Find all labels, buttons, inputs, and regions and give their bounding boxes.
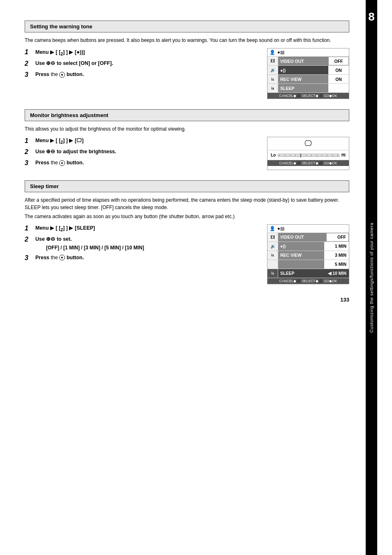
menu-value-sleep-1 — [328, 84, 349, 92]
section-desc-3a: After a specified period of time elapses… — [25, 196, 349, 211]
step-text-2-2: Use ⊕⊖ to adjust the brightness. — [35, 148, 261, 156]
menu-row-videoout-1: 🎞 VIDEO OUT OFF — [267, 57, 349, 66]
beep-icon-3: 🔊 — [270, 244, 275, 249]
sleep-label-sleep: SLEEP — [278, 269, 324, 278]
sleep-menu-top-row: 👤 ●▤ — [267, 225, 349, 233]
step-number-1-3: 3 — [25, 71, 33, 79]
step-number-1-1: 1 — [25, 48, 33, 57]
film-icon-1: 🎞 — [271, 59, 275, 63]
section-brightness: Monitor brightness adjustment This allow… — [25, 109, 349, 170]
menu-row-sleep-1: i₂ SLEEP — [267, 84, 349, 93]
menu-icon-recview-1: i₁ — [267, 75, 278, 83]
side-tab-text: Customizing the settings/functions of yo… — [369, 223, 374, 333]
sleep-icon-recview: i₁ — [267, 251, 278, 260]
step-3-1: 1 Menu ▶ [ [2] ] ▶ [SLEEP] — [25, 224, 261, 233]
sleep-num-icon-3: i₂ — [271, 271, 274, 275]
step-number-3-1: 1 — [25, 224, 33, 233]
menu-value-recview-1: ON — [328, 75, 349, 83]
step-number-3-2: 2 — [25, 235, 33, 244]
sleep-menu-row-videoout: 🎞 VIDEO OUT OFF — [267, 233, 349, 242]
sleep-menu-row-5min: 5 MIN — [267, 260, 349, 269]
section-title-box-2: Monitor brightness adjustment — [25, 109, 349, 121]
sleep-label-5min — [278, 260, 324, 269]
sleep-label-videoout: VIDEO OUT — [278, 233, 326, 242]
section-desc-1: The camera beeps when buttons are presse… — [25, 37, 349, 44]
menu-top-row-1: 👤 ●▤ — [267, 48, 349, 57]
steps-list-1: 1 Menu ▶ [ [2] ] ▶ [●))] 2 Use ⊕⊖ to sel… — [25, 48, 261, 99]
main-content: Setting the warning tone The camera beep… — [0, 0, 366, 555]
section-title-box-3: Sleep timer — [25, 180, 349, 192]
rec-icon-1: i₁ — [271, 77, 274, 81]
section-title-3: Sleep timer — [30, 183, 59, 189]
section-title-box-1: Setting the warning tone — [25, 21, 349, 32]
section-warning-tone: Setting the warning tone The camera beep… — [25, 21, 349, 99]
section-sleep-timer: Sleep timer After a specified period of … — [25, 180, 349, 284]
sleep-icon-sleep: i₂ — [267, 269, 278, 278]
section-desc-2: This allows you to adjust the brightness… — [25, 125, 349, 133]
section-title-1: Setting the warning tone — [30, 23, 92, 30]
menu-icon-person-1: 👤 — [270, 50, 275, 55]
beep-icon-1: 🔊 — [270, 68, 275, 72]
step-text-1-3: Press the button. — [35, 71, 261, 78]
sleep-value-5min: 5 MIN — [324, 260, 349, 269]
steps-area-2: 1 Menu ▶ [ [2] ] ▶ [🖵] 2 Use ⊕⊖ to adjus… — [25, 137, 349, 170]
brightness-bottom-bar: CANCEL◆⬛ SELECT◆⬛ GO◆OK — [267, 160, 349, 166]
steps-list-3: 1 Menu ▶ [ [2] ] ▶ [SLEEP] 2 Use ⊕⊖ to s… — [25, 224, 261, 284]
step-1-2: 2 Use ⊕⊖ to select [ON] or [OFF]. — [25, 60, 261, 68]
step-text-1-1: Menu ▶ [ [2] ] ▶ [●))] — [35, 48, 261, 57]
menu-label-recview-1: REC VIEW — [278, 75, 328, 83]
sleep-bottom-bar: CANCEL◆⬛ SELECT◆⬛ GO◆OK — [267, 278, 349, 284]
step-text-3-2: Use ⊕⊖ to set. [OFF] / [1 MIN] / [3 MIN]… — [35, 235, 261, 251]
step-3-3: 3 Press the button. — [25, 254, 261, 263]
step-number-2-3: 3 — [25, 159, 33, 168]
film-icon-3: 🎞 — [271, 235, 275, 240]
sleep-icon-video: 🎞 — [267, 233, 278, 242]
monitor-icon: 🖵 — [304, 139, 312, 148]
sleep-num-icon-1: i₂ — [271, 86, 274, 90]
menu-label-videoout-1: VIDEO OUT — [278, 57, 328, 65]
menu-screenshot-1: 👤 ●▤ 🎞 VIDEO OUT OFF 🔊 — [267, 48, 349, 99]
sleep-menu-row-recview: i₁ REC VIEW 3 MIN — [267, 251, 349, 260]
rec-icon-3: i₁ — [271, 253, 274, 257]
step-number-1-2: 2 — [25, 60, 33, 68]
step-text-3-3: Press the button. — [35, 254, 261, 262]
step-2-2: 2 Use ⊕⊖ to adjust the brightness. — [25, 148, 261, 157]
side-tab: 8 Customizing the settings/functions of … — [366, 0, 377, 555]
menu-value-off-1: OFF — [328, 57, 349, 65]
sleep-value-10min: ◀ 10 MIN — [324, 269, 349, 278]
step-text-1-2: Use ⊕⊖ to select [ON] or [OFF]. — [35, 60, 261, 67]
sleep-top-icon-person: 👤 — [270, 226, 275, 231]
section-title-2: Monitor brightness adjustment — [30, 112, 108, 118]
step-number-2-1: 1 — [25, 137, 33, 145]
step-number-3-3: 3 — [25, 254, 33, 263]
step-text-3-1: Menu ▶ [ [2] ] ▶ [SLEEP] — [35, 224, 261, 233]
menu-icon-selected-1: ●▤ — [277, 50, 284, 55]
sleep-icon-5min — [267, 260, 278, 269]
sleep-value-3min: 3 MIN — [324, 251, 349, 260]
steps-area-3: 1 Menu ▶ [ [2] ] ▶ [SLEEP] 2 Use ⊕⊖ to s… — [25, 224, 349, 284]
menu-label-beep-1: ●)) — [278, 66, 328, 74]
menu-screenshot-3: 👤 ●▤ 🎞 VIDEO OUT OFF 🔊 — [267, 224, 349, 284]
menu-icon-sleep-1: i₂ — [267, 84, 278, 92]
sleep-value-1min: 1 MIN — [324, 242, 349, 251]
menu-icon-beep-1: 🔊 — [267, 66, 278, 74]
step-3-2: 2 Use ⊕⊖ to set. [OFF] / [1 MIN] / [3 MI… — [25, 235, 261, 251]
page-number: 133 — [25, 297, 349, 303]
step-2-1: 1 Menu ▶ [ [2] ] ▶ [🖵] — [25, 137, 261, 145]
step-options-3-2: [OFF] / [1 MIN] / [3 MIN] / [5 MIN] / [1… — [46, 244, 261, 251]
menu-value-on-1: ON — [328, 66, 349, 74]
step-2-3: 3 Press the button. — [25, 159, 261, 168]
chapter-number: 8 — [366, 8, 377, 25]
step-number-2-2: 2 — [25, 148, 33, 157]
steps-list-2: 1 Menu ▶ [ [2] ] ▶ [🖵] 2 Use ⊕⊖ to adjus… — [25, 137, 261, 170]
sleep-label-recview: REC VIEW — [278, 251, 324, 260]
step-text-2-3: Press the button. — [35, 159, 261, 167]
brightness-lo-label: Lo — [271, 153, 276, 157]
steps-area-1: 1 Menu ▶ [ [2] ] ▶ [●))] 2 Use ⊕⊖ to sel… — [25, 48, 349, 99]
step-text-2-1: Menu ▶ [ [2] ] ▶ [🖵] — [35, 137, 261, 145]
menu-icon-video-1: 🎞 — [267, 57, 278, 65]
brightness-slider-row: Lo • • • • | • • • — [267, 150, 349, 160]
brightness-hi-label: Hi — [341, 153, 346, 157]
step-1-1: 1 Menu ▶ [ [2] ] ▶ [●))] — [25, 48, 261, 57]
page-container: Setting the warning tone The camera beep… — [0, 0, 392, 555]
